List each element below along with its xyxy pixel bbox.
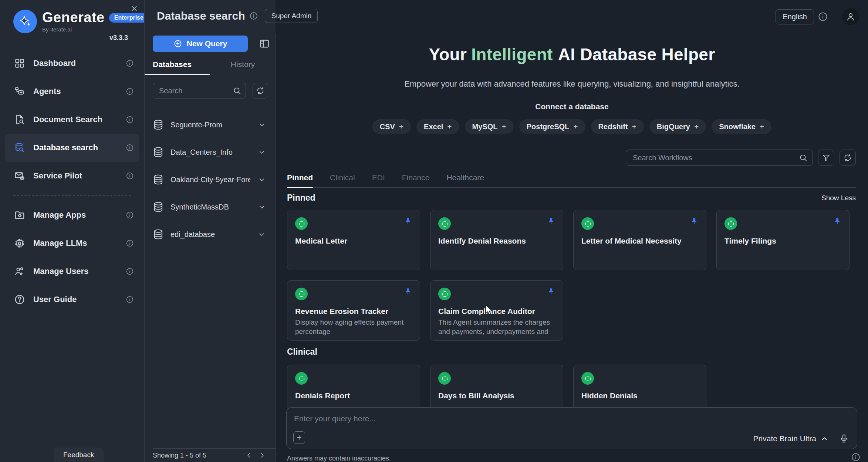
microphone-icon[interactable] bbox=[839, 434, 849, 443]
feedback-button[interactable]: Feedback bbox=[54, 448, 104, 462]
database-row[interactable]: Seguente-Prom bbox=[145, 111, 276, 138]
card-title: Denials Report bbox=[295, 391, 412, 400]
sidebar-item-service-pilot[interactable]: Service Pilot bbox=[0, 162, 144, 190]
sidebar-item-manage-users[interactable]: Manage Users bbox=[0, 257, 144, 285]
model-selector[interactable]: Private Brain Ultra bbox=[753, 434, 816, 443]
plus-icon: + bbox=[632, 122, 636, 131]
disclaimer-text: Answers may contain inaccuracies. bbox=[287, 455, 391, 462]
info-icon[interactable] bbox=[126, 144, 134, 152]
main-content: YourIntelligentAI Database Helper Empowe… bbox=[276, 0, 868, 462]
sidebar-item-document-search[interactable]: Document Search bbox=[0, 106, 144, 134]
info-icon[interactable] bbox=[249, 11, 258, 20]
info-icon[interactable] bbox=[126, 211, 134, 219]
pin-icon[interactable] bbox=[404, 217, 412, 225]
chevron-down-icon[interactable] bbox=[258, 148, 266, 156]
tab-healthcare[interactable]: Healthcare bbox=[446, 173, 484, 188]
user-guide-icon bbox=[14, 294, 25, 305]
card-title: Revenue Erosion Tracker bbox=[295, 307, 412, 316]
sidebar-item-label: User Guide bbox=[33, 295, 77, 304]
sidebar-divider bbox=[13, 195, 131, 196]
brand-logo-icon bbox=[13, 10, 37, 33]
tab-pinned[interactable]: Pinned bbox=[287, 173, 313, 188]
refresh-workflows-button[interactable] bbox=[840, 150, 856, 166]
connector-redshift[interactable]: Redshift+ bbox=[591, 119, 644, 134]
sidebar-item-label: Agents bbox=[33, 87, 61, 96]
plus-icon: + bbox=[501, 122, 506, 131]
sidebar-item-manage-apps[interactable]: Manage Apps bbox=[0, 201, 144, 229]
new-query-button[interactable]: New Query bbox=[153, 36, 248, 52]
show-less-link[interactable]: Show Less bbox=[821, 194, 856, 202]
language-button[interactable]: English bbox=[776, 9, 814, 24]
page-title: Database search bbox=[157, 10, 245, 22]
tab-edi[interactable]: EDI bbox=[372, 173, 385, 188]
tab-history[interactable]: History bbox=[210, 60, 276, 75]
pin-icon[interactable] bbox=[547, 288, 555, 296]
sidebar-item-agents[interactable]: Agents bbox=[0, 77, 144, 106]
sidebar-item-manage-llms[interactable]: Manage LLMs bbox=[0, 229, 144, 257]
connector-snowflake[interactable]: Snowflake+ bbox=[712, 119, 771, 134]
sidebar-item-user-guide[interactable]: User Guide bbox=[0, 285, 144, 314]
card-title: Medical Letter bbox=[295, 237, 412, 245]
workflow-card[interactable]: Revenue Erosion Tracker Display how agin… bbox=[287, 280, 420, 341]
info-icon[interactable] bbox=[851, 452, 861, 462]
pin-icon[interactable] bbox=[547, 217, 555, 225]
pin-icon[interactable] bbox=[833, 217, 841, 225]
database-row[interactable]: Oakland-City-5year-Fore bbox=[145, 166, 276, 193]
info-icon[interactable] bbox=[818, 11, 828, 22]
workflow-card[interactable]: Claim Compliance Auditor This Agent summ… bbox=[430, 280, 563, 341]
prev-page-button[interactable] bbox=[242, 450, 256, 461]
info-icon[interactable] bbox=[126, 116, 134, 124]
tab-clinical[interactable]: Clinical bbox=[330, 173, 355, 188]
agent-icon bbox=[295, 217, 308, 230]
sidebar-item-dashboard[interactable]: Dashboard bbox=[0, 49, 144, 77]
attach-button[interactable] bbox=[293, 431, 305, 444]
chevron-down-icon[interactable] bbox=[258, 203, 266, 211]
workflow-card[interactable]: Timely Filings bbox=[716, 210, 850, 270]
user-avatar[interactable] bbox=[842, 8, 859, 25]
connector-csv[interactable]: CSV+ bbox=[372, 119, 411, 134]
database-name: Data_Centers_Info bbox=[170, 148, 233, 157]
tab-finance[interactable]: Finance bbox=[402, 173, 430, 188]
refresh-icon bbox=[843, 153, 852, 162]
info-icon[interactable] bbox=[126, 267, 134, 275]
collapse-panel-button[interactable] bbox=[257, 37, 271, 51]
agent-icon bbox=[581, 217, 594, 230]
sidebar-item-database-search[interactable]: Database search bbox=[5, 134, 139, 162]
document-search-icon bbox=[14, 114, 25, 125]
connector-mysql[interactable]: MySQL+ bbox=[465, 119, 514, 134]
info-icon[interactable] bbox=[126, 87, 134, 96]
database-search-input[interactable] bbox=[153, 83, 246, 98]
database-name: Oakland-City-5year-Fore bbox=[170, 175, 250, 184]
chevron-down-icon[interactable] bbox=[258, 175, 266, 184]
pin-icon[interactable] bbox=[404, 288, 412, 296]
database-list: Seguente-Prom Data_Centers_Info Oakland-… bbox=[145, 111, 276, 248]
filter-button[interactable] bbox=[818, 150, 834, 166]
chevron-down-icon[interactable] bbox=[258, 230, 266, 238]
connector-postgresql[interactable]: PostgreSQL+ bbox=[519, 119, 585, 134]
hero-title: YourIntelligentAI Database Helper bbox=[276, 44, 868, 64]
sidebar-nav: Dashboard Agents Document Search Databas… bbox=[0, 49, 144, 314]
hero-subtitle: Empower your data with advanced features… bbox=[276, 79, 868, 89]
info-icon[interactable] bbox=[126, 239, 134, 247]
workflow-card[interactable]: Letter of Medical Necessity bbox=[573, 210, 706, 270]
workflow-card[interactable]: Identify Denial Reasons bbox=[430, 210, 563, 270]
info-icon[interactable] bbox=[126, 172, 134, 180]
info-icon[interactable] bbox=[126, 59, 134, 67]
workflow-search-input[interactable] bbox=[626, 150, 813, 166]
database-row[interactable]: Data_Centers_Info bbox=[145, 138, 276, 166]
tab-databases[interactable]: Databases bbox=[145, 60, 210, 75]
panel-toggle-icon bbox=[259, 38, 270, 49]
chevron-up-icon[interactable] bbox=[820, 434, 829, 443]
query-input[interactable] bbox=[287, 408, 857, 430]
info-icon[interactable] bbox=[126, 295, 134, 304]
workflow-card[interactable]: Medical Letter bbox=[287, 210, 420, 270]
next-page-button[interactable] bbox=[256, 450, 269, 461]
connector-bigquery[interactable]: BigQuery+ bbox=[649, 119, 706, 134]
database-row[interactable]: edi_database bbox=[145, 221, 276, 248]
database-row[interactable]: SyntheticMassDB bbox=[145, 193, 276, 221]
refresh-databases-button[interactable] bbox=[253, 83, 268, 98]
connector-excel[interactable]: Excel+ bbox=[416, 119, 459, 134]
chevron-down-icon[interactable] bbox=[258, 121, 266, 129]
pin-icon[interactable] bbox=[690, 217, 698, 225]
search-icon bbox=[233, 86, 242, 95]
